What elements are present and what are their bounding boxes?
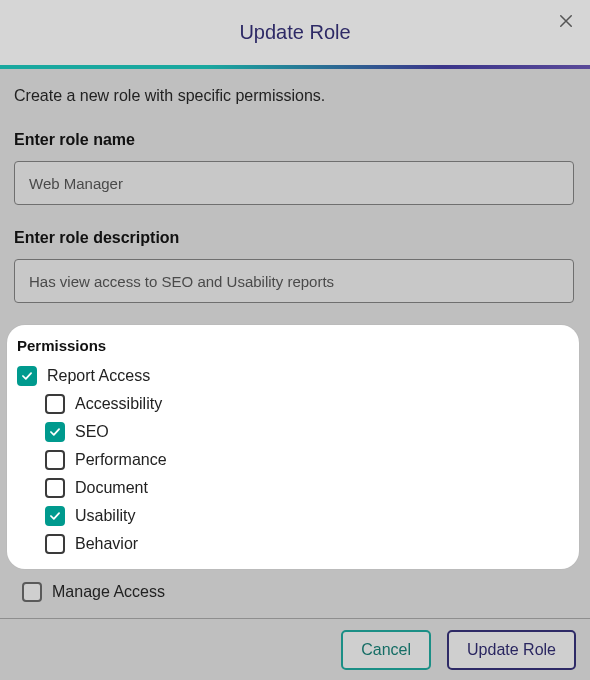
permission-performance: Performance [15,446,565,474]
role-description-label: Enter role description [14,229,576,247]
role-name-label: Enter role name [14,131,576,149]
update-role-button[interactable]: Update Role [447,630,576,670]
update-role-dialog: Update Role Create a new role with speci… [0,0,590,680]
permission-behavior: Behavior [15,530,565,558]
permission-label: Accessibility [75,395,162,413]
dialog-header: Update Role [0,0,590,65]
permission-label: SEO [75,423,109,441]
dialog-body: Create a new role with specific permissi… [0,69,590,303]
permission-usability: Usability [15,502,565,530]
permission-label: Behavior [75,535,138,553]
permissions-heading: Permissions [15,337,565,354]
permission-label: Report Access [47,367,150,385]
permission-manage-access-wrap: Manage Access [20,578,165,606]
cancel-button[interactable]: Cancel [341,630,431,670]
permission-manage-access: Manage Access [20,578,165,606]
dialog-subtitle: Create a new role with specific permissi… [14,87,576,105]
permission-document: Document [15,474,565,502]
checkbox-behavior[interactable] [45,534,65,554]
role-name-input[interactable] [14,161,574,205]
permission-label: Manage Access [52,583,165,601]
checkbox-performance[interactable] [45,450,65,470]
checkbox-accessibility[interactable] [45,394,65,414]
role-description-input[interactable] [14,259,574,303]
permissions-panel: Permissions Report Access Accessibility … [7,325,579,569]
permission-report-access: Report Access [15,362,565,390]
permission-label: Document [75,479,148,497]
dialog-title: Update Role [239,21,350,44]
permission-accessibility: Accessibility [15,390,565,418]
permission-label: Performance [75,451,167,469]
checkbox-seo[interactable] [45,422,65,442]
close-icon [557,12,575,33]
checkbox-document[interactable] [45,478,65,498]
permission-seo: SEO [15,418,565,446]
checkbox-manage-access[interactable] [22,582,42,602]
checkbox-report-access[interactable] [17,366,37,386]
close-button[interactable] [552,8,580,36]
checkbox-usability[interactable] [45,506,65,526]
permission-label: Usability [75,507,135,525]
dialog-footer: Cancel Update Role [0,618,590,680]
